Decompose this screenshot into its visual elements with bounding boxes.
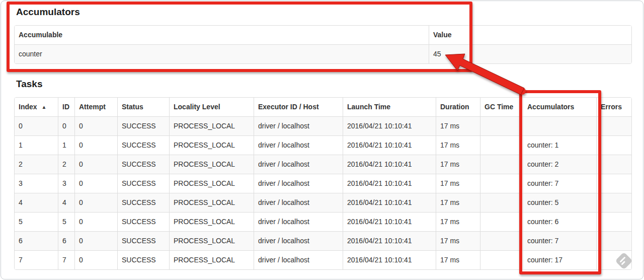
- task-row: 660SUCCESSPROCESS_LOCALdriver / localhos…: [15, 231, 632, 250]
- task-cell-errors: [596, 155, 632, 174]
- task-cell-locality-level: PROCESS_LOCAL: [169, 212, 254, 231]
- task-cell-launch-time: 2016/04/21 10:10:41: [343, 193, 436, 212]
- accumulators-section-title: Accumulators: [16, 7, 643, 18]
- task-cell-locality-level: PROCESS_LOCAL: [169, 155, 254, 174]
- task-cell-executor-id-host: driver / localhost: [254, 116, 343, 135]
- task-row: 330SUCCESSPROCESS_LOCALdriver / localhos…: [15, 174, 632, 193]
- task-cell-id: 7: [58, 250, 74, 269]
- task-cell-status: SUCCESS: [117, 135, 169, 155]
- task-cell-launch-time: 2016/04/21 10:10:41: [343, 231, 436, 250]
- executor-id-host-column-header[interactable]: Executor ID / Host: [254, 98, 343, 116]
- task-cell-id: 1: [58, 135, 74, 155]
- task-cell-accumulators: counter: 6: [523, 212, 596, 231]
- task-cell-accumulators: counter: 7: [523, 231, 596, 250]
- task-cell-attempt: 0: [74, 250, 117, 269]
- task-cell-errors: [596, 212, 632, 231]
- tasks-section-title: Tasks: [16, 79, 643, 90]
- task-cell-duration: 17 ms: [436, 231, 480, 250]
- accumulators-header-row: Accumulable Value: [15, 26, 632, 44]
- status-column-header[interactable]: Status: [117, 98, 169, 116]
- accumulable-name-cell: counter: [15, 44, 429, 63]
- task-cell-errors: [596, 193, 632, 212]
- task-cell-launch-time: 2016/04/21 10:10:41: [343, 135, 436, 155]
- locality-level-column-header[interactable]: Locality Level: [169, 98, 254, 116]
- accumulators-table: Accumulable Value counter 45: [14, 25, 632, 64]
- task-cell-errors: [596, 174, 632, 193]
- task-cell-accumulators: counter: 2: [523, 155, 596, 174]
- task-row: 770SUCCESSPROCESS_LOCALdriver / localhos…: [15, 250, 632, 269]
- accumulator-row: counter 45: [15, 44, 632, 63]
- task-cell-status: SUCCESS: [117, 116, 169, 135]
- task-cell-errors: [596, 116, 632, 135]
- task-cell-id: 6: [58, 231, 74, 250]
- task-cell-id: 5: [58, 212, 74, 231]
- task-cell-duration: 17 ms: [436, 135, 480, 155]
- task-cell-attempt: 0: [74, 135, 117, 155]
- task-cell-id: 3: [58, 174, 74, 193]
- task-cell-gc-time: [480, 155, 523, 174]
- attempt-column-header[interactable]: Attempt: [74, 98, 117, 116]
- index-column-label: Index: [19, 103, 37, 111]
- task-cell-attempt: 0: [74, 174, 117, 193]
- task-cell-executor-id-host: driver / localhost: [254, 174, 343, 193]
- task-cell-launch-time: 2016/04/21 10:10:41: [343, 155, 436, 174]
- task-cell-launch-time: 2016/04/21 10:10:41: [343, 174, 436, 193]
- task-cell-locality-level: PROCESS_LOCAL: [169, 116, 254, 135]
- task-cell-gc-time: [480, 174, 523, 193]
- task-cell-errors: [596, 231, 632, 250]
- tasks-table: Index▲ ID Attempt Status Locality Level …: [14, 97, 632, 270]
- task-cell-accumulators: counter: 17: [523, 250, 596, 269]
- errors-column-header[interactable]: Errors: [596, 98, 632, 116]
- task-row: 440SUCCESSPROCESS_LOCALdriver / localhos…: [15, 193, 632, 212]
- task-row: 220SUCCESSPROCESS_LOCALdriver / localhos…: [15, 155, 632, 174]
- duration-column-header[interactable]: Duration: [436, 98, 480, 116]
- task-cell-launch-time: 2016/04/21 10:10:41: [343, 212, 436, 231]
- task-cell-accumulators: counter: 1: [523, 135, 596, 155]
- task-cell-locality-level: PROCESS_LOCAL: [169, 193, 254, 212]
- gc-time-column-header[interactable]: GC Time: [480, 98, 523, 116]
- task-cell-launch-time: 2016/04/21 10:10:41: [343, 250, 436, 269]
- index-column-header[interactable]: Index▲: [15, 98, 58, 116]
- task-cell-index: 7: [15, 250, 58, 269]
- task-cell-accumulators: [523, 116, 596, 135]
- task-cell-executor-id-host: driver / localhost: [254, 212, 343, 231]
- task-cell-status: SUCCESS: [117, 155, 169, 174]
- task-cell-index: 0: [15, 116, 58, 135]
- task-cell-duration: 17 ms: [436, 250, 480, 269]
- task-cell-attempt: 0: [74, 155, 117, 174]
- task-cell-accumulators: counter: 7: [523, 174, 596, 193]
- task-cell-accumulators: counter: 5: [523, 193, 596, 212]
- spark-ui-page: Accumulators Accumulable Value counter 4…: [1, 1, 643, 279]
- task-cell-attempt: 0: [74, 193, 117, 212]
- task-cell-executor-id-host: driver / localhost: [254, 231, 343, 250]
- task-cell-id: 2: [58, 155, 74, 174]
- page-content: Accumulators Accumulable Value counter 4…: [1, 1, 643, 270]
- accumulator-value-cell: 45: [429, 44, 632, 63]
- task-cell-status: SUCCESS: [117, 174, 169, 193]
- task-cell-executor-id-host: driver / localhost: [254, 250, 343, 269]
- task-cell-status: SUCCESS: [117, 250, 169, 269]
- task-cell-locality-level: PROCESS_LOCAL: [169, 174, 254, 193]
- task-cell-locality-level: PROCESS_LOCAL: [169, 250, 254, 269]
- tasks-header-row: Index▲ ID Attempt Status Locality Level …: [15, 98, 632, 116]
- task-cell-status: SUCCESS: [117, 212, 169, 231]
- task-cell-executor-id-host: driver / localhost: [254, 193, 343, 212]
- task-cell-index: 3: [15, 174, 58, 193]
- task-cell-locality-level: PROCESS_LOCAL: [169, 231, 254, 250]
- task-row: 110SUCCESSPROCESS_LOCALdriver / localhos…: [15, 135, 632, 155]
- task-cell-duration: 17 ms: [436, 155, 480, 174]
- tasks-table-body: 000SUCCESSPROCESS_LOCALdriver / localhos…: [15, 116, 632, 269]
- value-column-header: Value: [429, 26, 632, 44]
- task-cell-gc-time: [480, 212, 523, 231]
- task-cell-duration: 17 ms: [436, 212, 480, 231]
- accumulators-column-header[interactable]: Accumulators: [523, 98, 596, 116]
- task-cell-status: SUCCESS: [117, 193, 169, 212]
- task-cell-attempt: 0: [74, 231, 117, 250]
- task-cell-duration: 17 ms: [436, 116, 480, 135]
- task-row: 000SUCCESSPROCESS_LOCALdriver / localhos…: [15, 116, 632, 135]
- task-cell-gc-time: [480, 116, 523, 135]
- task-cell-gc-time: [480, 193, 523, 212]
- id-column-header[interactable]: ID: [58, 98, 74, 116]
- launch-time-column-header[interactable]: Launch Time: [343, 98, 436, 116]
- task-cell-executor-id-host: driver / localhost: [254, 155, 343, 174]
